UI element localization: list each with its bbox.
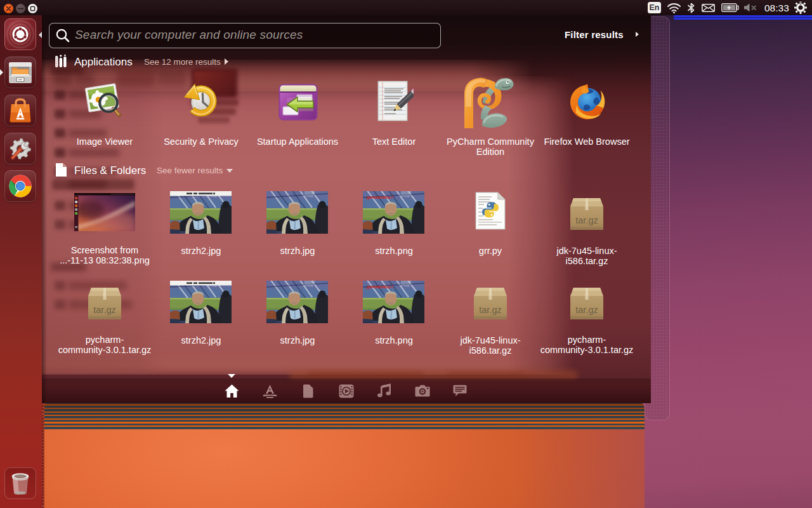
svg-text:дочекались?: дочекались? [367, 284, 393, 290]
svg-text:дочекались?: дочекались? [367, 195, 393, 200]
